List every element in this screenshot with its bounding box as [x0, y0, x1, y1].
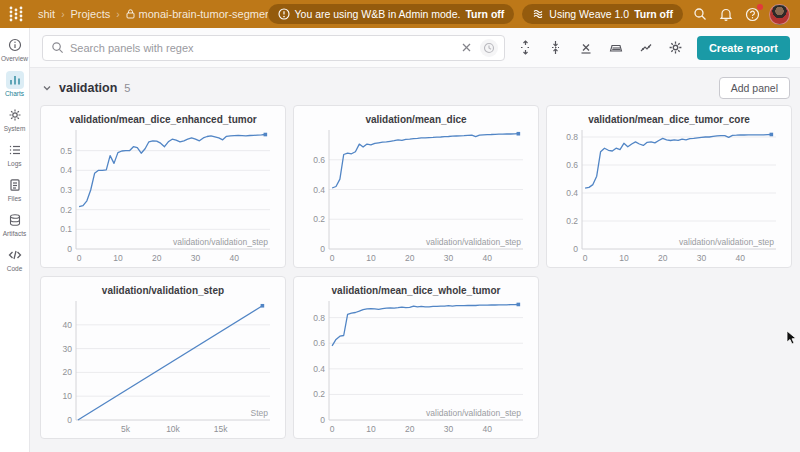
search-history-icon[interactable]	[480, 39, 498, 57]
weave-turn-off-button[interactable]: Turn off	[634, 8, 673, 20]
chart-title: validation/validation_step	[48, 282, 278, 296]
panel-tools	[518, 40, 684, 56]
chart-panel[interactable]: validation/mean_dice00.20.40.6010203040v…	[293, 105, 539, 268]
sidebar-item-label: Code	[7, 265, 23, 272]
svg-text:30: 30	[63, 344, 73, 354]
chart-canvas[interactable]: 0102030405k10k15kStep	[48, 296, 278, 435]
svg-text:validation/validation_step: validation/validation_step	[426, 408, 521, 418]
chevron-down-icon[interactable]	[42, 83, 52, 93]
svg-text:0: 0	[583, 253, 588, 263]
svg-text:validation/validation_step: validation/validation_step	[426, 237, 521, 247]
chart-canvas[interactable]: 00.10.20.30.40.5010203040validation/vali…	[48, 125, 278, 264]
top-nav-right: You are using W&B in Admin mode. Turn of…	[268, 4, 790, 25]
admin-turn-off-button[interactable]: Turn off	[465, 8, 504, 20]
svg-text:0.8: 0.8	[566, 132, 578, 142]
sidebar-item-system[interactable]: System	[0, 106, 30, 132]
sidebar-item-charts[interactable]: Charts	[0, 71, 30, 97]
chart-plot[interactable]: 00.20.40.6010203040validation/validation…	[301, 125, 531, 264]
search-icon	[51, 41, 64, 54]
svg-text:0.8: 0.8	[313, 313, 325, 323]
code-icon	[6, 246, 24, 264]
svg-text:0: 0	[320, 244, 325, 254]
breadcrumb-separator: ›	[116, 9, 119, 20]
sidebar-item-label: Logs	[7, 160, 21, 167]
notifications-bell-icon[interactable]	[717, 5, 735, 23]
svg-text:0: 0	[67, 244, 72, 254]
sidebar-item-files[interactable]: Files	[0, 176, 30, 202]
collapse-panels-icon[interactable]	[548, 40, 564, 56]
chart-panel[interactable]: validation/mean_dice_enhanced_tumor00.10…	[40, 105, 286, 268]
chart-plot[interactable]: 00.20.40.60.8010203040validation/validat…	[301, 296, 531, 435]
breadcrumb-projects[interactable]: Projects	[70, 8, 110, 20]
nav-search-icon[interactable]	[691, 5, 709, 23]
clear-search-icon[interactable]	[458, 39, 476, 57]
expand-panels-icon[interactable]	[518, 40, 534, 56]
document-icon	[6, 176, 24, 194]
sidebar-item-artifacts[interactable]: Artifacts	[0, 211, 30, 237]
sidebar-item-label: Overview	[1, 55, 28, 62]
bar-chart-icon	[6, 71, 24, 89]
svg-text:0.3: 0.3	[60, 185, 72, 195]
svg-text:5k: 5k	[121, 424, 131, 434]
svg-text:20: 20	[152, 253, 162, 263]
chart-panel[interactable]: validation/validation_step0102030405k10k…	[40, 276, 286, 439]
svg-text:40: 40	[483, 253, 493, 263]
svg-text:0: 0	[573, 244, 578, 254]
breadcrumb-project[interactable]: monai-brain-tumor-segmentation	[126, 8, 268, 20]
chart-canvas[interactable]: 00.20.40.6010203040validation/validation…	[301, 125, 531, 264]
chart-canvas[interactable]: 00.20.40.60.8010203040validation/validat…	[554, 125, 784, 264]
section-title[interactable]: validation	[59, 81, 117, 95]
admin-mode-banner[interactable]: You are using W&B in Admin mode. Turn of…	[268, 4, 515, 24]
chart-title: validation/mean_dice_enhanced_tumor	[48, 111, 278, 125]
svg-text:0: 0	[77, 253, 82, 263]
chart-title: validation/mean_dice	[301, 111, 531, 125]
info-icon	[6, 36, 24, 54]
svg-text:30: 30	[697, 253, 707, 263]
svg-text:0: 0	[67, 415, 72, 425]
user-avatar[interactable]	[769, 4, 790, 25]
svg-text:0: 0	[330, 424, 335, 434]
svg-text:0.4: 0.4	[313, 364, 325, 374]
svg-text:validation/validation_step: validation/validation_step	[173, 237, 268, 247]
settings-gear-icon[interactable]	[668, 40, 684, 56]
wandb-logo-icon[interactable]	[8, 5, 24, 23]
svg-text:20: 20	[405, 253, 415, 263]
sidebar-item-overview[interactable]: Overview	[0, 36, 30, 62]
chart-plot[interactable]: 0102030405k10k15kStep	[48, 296, 278, 435]
chart-canvas[interactable]: 00.20.40.60.8010203040validation/validat…	[301, 296, 531, 435]
search-input[interactable]	[70, 42, 452, 54]
svg-text:10: 10	[366, 424, 376, 434]
create-report-button[interactable]: Create report	[697, 36, 790, 60]
breadcrumb: shit › Projects › monai-brain-tumor-segm…	[38, 8, 268, 20]
svg-text:40: 40	[230, 253, 240, 263]
chart-panel[interactable]: validation/mean_dice_tumor_core00.20.40.…	[546, 105, 792, 268]
panel-layout-icon[interactable]	[608, 40, 624, 56]
chart-panel[interactable]: validation/mean_dice_whole_tumor00.20.40…	[293, 276, 539, 439]
svg-text:40: 40	[63, 320, 73, 330]
svg-text:30: 30	[191, 253, 201, 263]
add-panel-button[interactable]: Add panel	[719, 77, 790, 99]
sidebar-item-code[interactable]: Code	[0, 246, 30, 272]
sidebar-item-label: System	[4, 125, 26, 132]
weave-banner[interactable]: Using Weave 1.0 Turn off	[522, 4, 683, 24]
breadcrumb-user[interactable]: shit	[38, 8, 55, 20]
panel-search[interactable]	[42, 35, 505, 61]
sidebar-item-label: Artifacts	[3, 230, 26, 237]
section-panel-count: 5	[124, 82, 130, 94]
chart-plot[interactable]: 00.10.20.30.40.5010203040validation/vali…	[48, 125, 278, 264]
svg-text:30: 30	[444, 253, 454, 263]
breadcrumb-separator: ›	[61, 9, 64, 20]
svg-text:0.6: 0.6	[566, 160, 578, 170]
sidebar-item-logs[interactable]: Logs	[0, 141, 30, 167]
svg-text:20: 20	[658, 253, 668, 263]
chart-plot[interactable]: 00.20.40.60.8010203040validation/validat…	[554, 125, 784, 264]
svg-text:validation/validation_step: validation/validation_step	[679, 237, 774, 247]
list-icon	[6, 141, 24, 159]
weave-icon	[532, 8, 544, 20]
admin-banner-text: You are using W&B in Admin mode.	[295, 8, 461, 20]
sparklines-icon[interactable]	[638, 40, 654, 56]
sidebar-item-label: Files	[8, 195, 22, 202]
x-axis-settings-icon[interactable]	[578, 40, 594, 56]
help-icon[interactable]	[743, 5, 761, 23]
svg-text:10: 10	[63, 391, 73, 401]
